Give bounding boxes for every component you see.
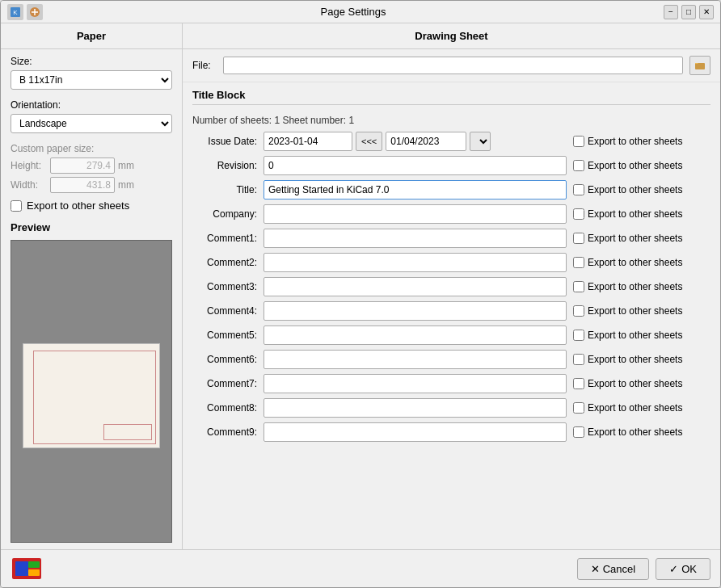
- export-comment8-checkbox[interactable]: [573, 402, 584, 414]
- date-display-input[interactable]: [386, 132, 466, 151]
- export-comment4-label[interactable]: Export to other sheets: [588, 305, 682, 317]
- window-title: Page Settings: [43, 6, 664, 18]
- export-row-comment7: Export to other sheets: [573, 378, 710, 389]
- export-comment8-label[interactable]: Export to other sheets: [588, 402, 682, 414]
- ok-button[interactable]: ✓ OK: [656, 558, 710, 580]
- export-row-comment8: Export to other sheets: [573, 402, 710, 414]
- comment2-input[interactable]: [264, 253, 567, 272]
- height-label: Height:: [11, 160, 47, 171]
- comment4-label: Comment4:: [192, 305, 257, 317]
- field-row-company: Company: Export to other sheets: [183, 202, 720, 226]
- export-comment6-checkbox[interactable]: [573, 354, 584, 365]
- cancel-label: Cancel: [603, 563, 635, 575]
- field-row-comment6: Comment6: Export to other sheets: [183, 347, 720, 372]
- export-comment2-checkbox[interactable]: [573, 257, 584, 268]
- revision-label: Revision:: [192, 160, 257, 171]
- cancel-button[interactable]: ✕ Cancel: [577, 558, 649, 580]
- export-comment6-label[interactable]: Export to other sheets: [588, 354, 682, 365]
- export-row-comment3: Export to other sheets: [573, 281, 710, 292]
- export-comment3-checkbox[interactable]: [573, 281, 584, 292]
- orientation-select[interactable]: Landscape: [11, 114, 172, 133]
- comment9-input[interactable]: [264, 422, 567, 442]
- export-revision-label[interactable]: Export to other sheets: [588, 160, 682, 171]
- export-company-checkbox[interactable]: [573, 208, 584, 220]
- export-row-date: Export to other sheets: [573, 136, 710, 147]
- export-title-label[interactable]: Export to other sheets: [588, 184, 682, 195]
- comment3-input[interactable]: [264, 277, 567, 296]
- field-row-comment5: Comment5: Export to other sheets: [183, 323, 720, 347]
- height-input[interactable]: [50, 158, 115, 174]
- minimize-button[interactable]: −: [664, 5, 678, 19]
- close-button[interactable]: ✕: [699, 5, 714, 19]
- company-input[interactable]: [264, 204, 567, 224]
- comment6-input[interactable]: [264, 350, 567, 369]
- comment5-input[interactable]: [264, 326, 567, 345]
- export-checkbox-label[interactable]: Export to other sheets: [27, 200, 129, 212]
- field-row-comment3: Comment3: Export to other sheets: [183, 275, 720, 299]
- custom-size-group: Custom paper size: Height: mm Width: mm: [1, 136, 182, 196]
- export-comment9-label[interactable]: Export to other sheets: [588, 426, 682, 438]
- export-date-label[interactable]: Export to other sheets: [588, 136, 682, 147]
- comment8-input[interactable]: [264, 398, 567, 418]
- comment6-label: Comment6:: [192, 354, 257, 365]
- export-comment1-label[interactable]: Export to other sheets: [588, 233, 682, 244]
- field-row-comment4: Comment4: Export to other sheets: [183, 299, 720, 323]
- export-date-checkbox[interactable]: [573, 136, 584, 147]
- app-icon-1: K: [7, 4, 23, 20]
- drawing-sheet-header: Drawing Sheet: [183, 23, 720, 49]
- app-logo: [11, 556, 43, 581]
- browse-button[interactable]: [689, 56, 710, 75]
- export-title-checkbox[interactable]: [573, 184, 584, 195]
- svg-text:K: K: [13, 9, 18, 16]
- export-comment5-checkbox[interactable]: [573, 330, 584, 341]
- export-comment1-checkbox[interactable]: [573, 233, 584, 244]
- issue-date-input[interactable]: [264, 132, 352, 151]
- left-panel: Paper Size: B 11x17in Orientation: Lands…: [1, 23, 183, 549]
- orientation-group: Orientation: Landscape: [1, 93, 182, 136]
- export-row-title: Export to other sheets: [573, 184, 710, 195]
- width-input[interactable]: [50, 177, 115, 193]
- title-block-label: Title Block: [192, 86, 710, 105]
- date-field-label: Issue Date:: [192, 136, 257, 147]
- field-row-comment1: Comment1: Export to other sheets: [183, 226, 720, 250]
- export-comment7-label[interactable]: Export to other sheets: [588, 378, 682, 389]
- paper-header: Paper: [1, 23, 182, 49]
- file-input[interactable]: [223, 57, 683, 74]
- export-checkbox[interactable]: [11, 200, 22, 212]
- export-row-comment2: Export to other sheets: [573, 257, 710, 268]
- export-comment2-label[interactable]: Export to other sheets: [588, 257, 682, 268]
- size-select[interactable]: B 11x17in: [11, 70, 172, 90]
- comment7-input[interactable]: [264, 374, 567, 393]
- maximize-button[interactable]: □: [681, 5, 696, 19]
- width-row: Width: mm: [11, 177, 172, 193]
- comment3-label: Comment3:: [192, 281, 257, 292]
- preview-section: Preview: [1, 215, 182, 549]
- app-icons: K: [7, 4, 43, 20]
- height-row: Height: mm: [11, 158, 172, 174]
- export-row-comment4: Export to other sheets: [573, 305, 710, 317]
- comment7-label: Comment7:: [192, 378, 257, 389]
- comment5-label: Comment5:: [192, 330, 257, 341]
- revision-input[interactable]: [264, 156, 567, 175]
- export-revision-checkbox[interactable]: [573, 160, 584, 171]
- export-comment5-label[interactable]: Export to other sheets: [588, 330, 682, 341]
- export-comment7-checkbox[interactable]: [573, 378, 584, 389]
- export-company-label[interactable]: Export to other sheets: [588, 208, 682, 220]
- folder-icon: [694, 60, 706, 71]
- app-icon-2: [27, 4, 43, 20]
- date-dropdown[interactable]: [470, 132, 491, 151]
- title-label: Title:: [192, 184, 257, 195]
- title-input[interactable]: [264, 180, 567, 200]
- comment4-input[interactable]: [264, 301, 567, 321]
- field-row-comment9: Comment9: Export to other sheets: [183, 420, 720, 444]
- export-comment4-checkbox[interactable]: [573, 305, 584, 317]
- export-row-comment6: Export to other sheets: [573, 354, 710, 365]
- field-row-date: Issue Date: <<< Export to other sheets: [183, 129, 720, 153]
- export-comment3-label[interactable]: Export to other sheets: [588, 281, 682, 292]
- field-row-comment2: Comment2: Export to other sheets: [183, 250, 720, 275]
- size-group: Size: B 11x17in: [1, 49, 182, 93]
- date-arrow-button[interactable]: <<<: [356, 132, 382, 151]
- svg-rect-9: [28, 569, 40, 576]
- comment1-input[interactable]: [264, 229, 567, 248]
- export-comment9-checkbox[interactable]: [573, 426, 584, 438]
